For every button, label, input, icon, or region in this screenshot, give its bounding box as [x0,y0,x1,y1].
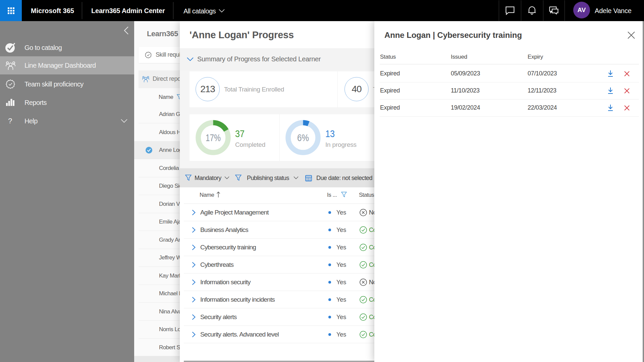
svg-text:6%: 6% [297,132,309,143]
svg-text:17%: 17% [206,132,221,143]
